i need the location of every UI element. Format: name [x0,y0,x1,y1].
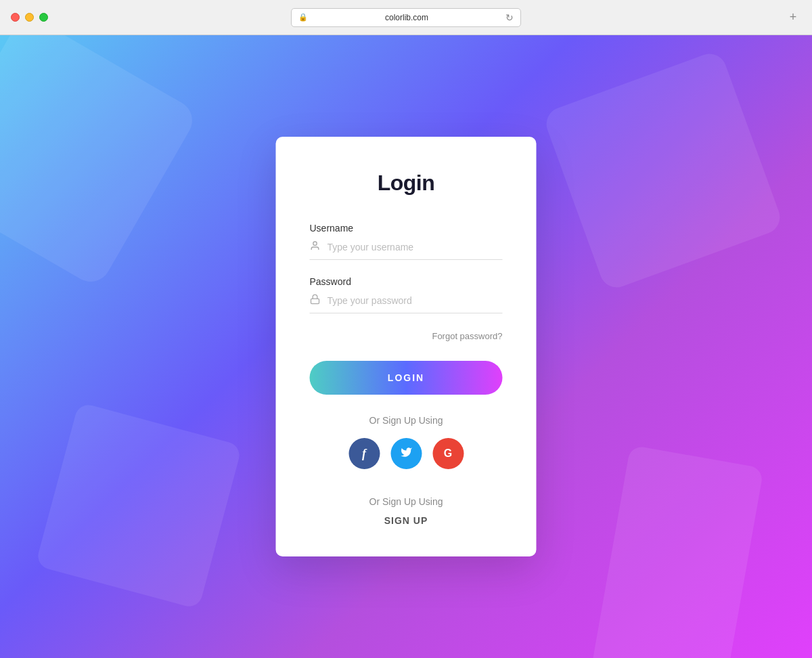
or-sign-up-bottom-text: Or Sign Up Using [310,496,503,507]
reload-button[interactable]: ↻ [505,12,514,23]
sign-up-link[interactable]: SIGN UP [310,515,503,526]
svg-point-0 [313,242,317,245]
close-button[interactable] [11,13,20,22]
forgot-password-wrapper: Forgot password? [310,330,503,342]
username-input[interactable] [328,242,503,253]
maximize-button[interactable] [39,13,48,22]
lock-icon: 🔒 [298,13,308,22]
or-sign-up-text: Or Sign Up Using [310,415,503,426]
password-field-group: Password [310,276,503,313]
username-input-wrapper [310,240,503,260]
login-card: Login Username Password [276,137,537,556]
password-input-wrapper [310,294,503,313]
svg-rect-1 [311,299,319,303]
facebook-button[interactable]: f [348,438,380,469]
google-icon: G [444,447,452,460]
forgot-password-link[interactable]: Forgot password? [432,331,502,341]
username-label: Username [310,223,503,234]
browser-chrome: 🔒 colorlib.com ↻ + [0,0,812,35]
twitter-button[interactable] [390,438,422,469]
username-field-group: Username [310,223,503,260]
minimize-button[interactable] [25,13,34,22]
social-icons-group: f G [310,438,503,469]
address-text: colorlib.com [312,13,501,22]
google-button[interactable]: G [432,438,464,469]
login-button[interactable]: LOGIN [310,361,503,395]
new-tab-button[interactable]: + [785,9,801,26]
facebook-icon: f [362,447,366,461]
twitter-icon [400,446,412,462]
password-label: Password [310,276,503,287]
page-content: Login Username Password [0,35,812,658]
lock-field-icon [310,294,321,307]
password-input[interactable] [328,295,503,306]
address-bar[interactable]: 🔒 colorlib.com ↻ [291,8,521,27]
address-bar-container: 🔒 colorlib.com ↻ [291,8,521,27]
card-title: Login [310,171,503,196]
traffic-lights [11,13,48,22]
person-icon [310,240,321,254]
